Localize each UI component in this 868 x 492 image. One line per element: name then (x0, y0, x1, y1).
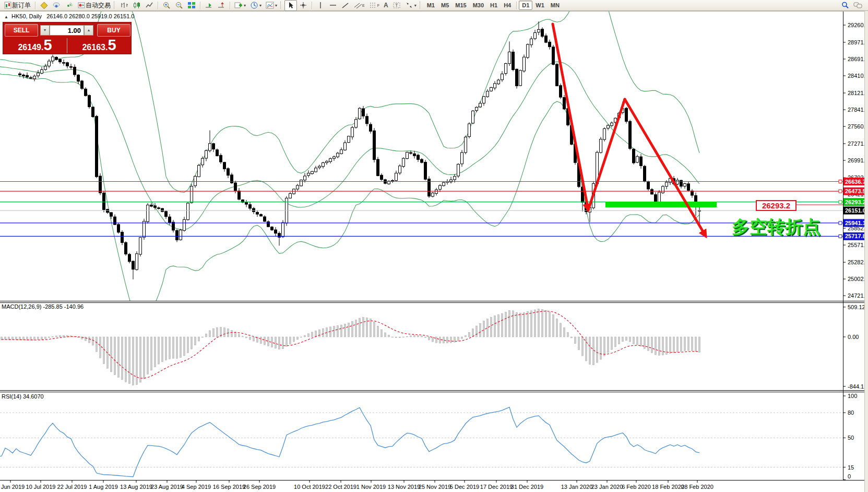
timeframe-m15[interactable]: M15 (452, 1, 469, 10)
date-tick-label: 7 Jun 2019 (0, 484, 25, 490)
line-anchor-square (839, 235, 842, 238)
date-tick-label: 22 Oct 2019 (325, 484, 356, 490)
trendline-button[interactable] (339, 0, 352, 11)
fibonacci-button[interactable]: F (367, 0, 382, 11)
new-order-icon (4, 1, 12, 9)
timeframe-w1[interactable]: W1 (532, 1, 548, 10)
panel-divider[interactable] (0, 392, 868, 392)
horizontal-line-icon (329, 1, 337, 9)
text-label-button[interactable]: T (390, 0, 403, 11)
crosshair-button[interactable] (297, 0, 310, 11)
cursor-button[interactable] (284, 0, 297, 11)
timeframe-toolbar: M1M5M15M30H1H4D1W1MN (424, 1, 563, 10)
equidistant-channel-button[interactable]: E (352, 0, 367, 11)
toolbar-separator (200, 2, 200, 9)
vertical-line-button[interactable] (314, 0, 327, 11)
date-tick-label: 28 Feb 2020 (681, 484, 714, 490)
zoom-out-button[interactable] (173, 0, 185, 11)
timeframe-m1[interactable]: M1 (424, 1, 438, 10)
tile-windows-icon (187, 1, 196, 9)
cursor-icon (287, 1, 295, 9)
arrows-icon (405, 1, 413, 9)
bar-chart-button[interactable] (118, 0, 130, 11)
chat-icon (853, 1, 863, 9)
date-tick-label: 26 Sep 2019 (243, 484, 276, 490)
arrows-button[interactable]: ▾ (403, 0, 419, 11)
volume-increase-button[interactable]: ▲ (84, 25, 93, 36)
price-callout-label[interactable]: 26293.2 (756, 200, 796, 211)
dropdown-caret-icon: ▾ (259, 3, 261, 8)
rsi-tick-label: 80 (848, 409, 854, 416)
periods-button[interactable]: ▾ (248, 0, 264, 11)
vertical-line-icon (316, 1, 325, 9)
new-order-button[interactable]: 新订单 (2, 0, 33, 11)
community-button[interactable] (50, 0, 63, 11)
indicators-button[interactable]: ▾ (232, 0, 248, 11)
horizontal-line-button[interactable] (327, 0, 339, 11)
chart-shift-button[interactable] (215, 0, 228, 11)
auto-trading-button[interactable]: 自动交易 (75, 0, 113, 11)
journal-icon (40, 1, 48, 9)
date-tick-label: 10 Oct 2019 (294, 484, 325, 490)
timeframe-d1[interactable]: D1 (519, 1, 532, 10)
collapse-icon: ▲ (4, 15, 8, 19)
timeframe-h1[interactable]: H1 (487, 1, 501, 10)
search-button[interactable] (839, 0, 851, 11)
dropdown-caret-icon: ▾ (244, 3, 246, 8)
volume-decrease-button[interactable]: ▼ (40, 25, 50, 36)
toolbar-grip (420, 2, 422, 9)
candlestick-icon (133, 1, 141, 9)
panel-divider[interactable] (0, 302, 868, 303)
tile-windows-button[interactable] (185, 0, 198, 11)
timeframe-m5[interactable]: M5 (438, 1, 452, 10)
dropdown-caret-icon: ▾ (414, 3, 417, 8)
macd-tick-label: 509.12 (848, 304, 865, 310)
turning-point-text[interactable]: 多空转折点 (732, 215, 821, 239)
green-trend-segment[interactable] (605, 202, 717, 207)
one-click-trading-panel: SELL ▼ ▲ BUY 26149.5 26163.5 (3, 22, 132, 54)
chart-canvas[interactable]: 29260.528971.528691.028410.528121.527841… (0, 0, 868, 492)
date-tick-label: 22 Jul 2019 (57, 484, 87, 490)
volume-input[interactable] (50, 25, 84, 36)
journal-button[interactable] (38, 0, 50, 11)
level-price-label: 26636.7 (845, 179, 866, 185)
timeframe-mn[interactable]: MN (548, 1, 563, 10)
date-tick-label: 25 Nov 2019 (419, 484, 451, 490)
template-icon (266, 1, 274, 9)
crosshair-icon (299, 1, 307, 9)
main-toolbar: 新订单 自动交易 (0, 0, 868, 11)
line-anchor-square (839, 190, 842, 193)
timeframe-m30[interactable]: M30 (470, 1, 487, 10)
toolbar-separator (230, 2, 230, 9)
auto-scroll-button[interactable] (203, 0, 215, 11)
candlestick-button[interactable] (130, 0, 143, 11)
date-tick-label: 16 Sep 2019 (213, 484, 245, 490)
date-tick-label: 13 Aug 2019 (120, 484, 152, 490)
level-price-label: 25941.1 (845, 220, 866, 226)
chart-ohlc-values: 26146.0 26280.0 25919.0 26151.0 (46, 13, 134, 19)
line-anchor-square (839, 221, 842, 225)
chat-button[interactable] (851, 0, 865, 11)
level-price-label: 26473.5 (845, 188, 866, 194)
svg-text:T: T (395, 3, 398, 8)
date-tick-label: 13 Jan 2020 (561, 484, 593, 490)
signal-button[interactable] (63, 0, 75, 11)
toolbar-grip (280, 2, 282, 9)
line-chart-button[interactable] (143, 0, 156, 11)
zoom-in-button[interactable] (160, 0, 173, 11)
rsi-tick-label: 0 (848, 473, 851, 479)
cloud-user-icon (52, 1, 61, 9)
mt4-window: 新订单 自动交易 (0, 0, 868, 492)
level-price-label: 26151.0 (845, 207, 866, 214)
macd-label: MACD(12,26,9) -285.85 -140.96 (2, 303, 84, 310)
new-order-label: 新订单 (12, 1, 31, 10)
date-tick-label: 17 Dec 2019 (480, 484, 513, 490)
date-tick-label: 6 Feb 2020 (622, 484, 651, 490)
sell-button[interactable]: SELL (5, 24, 38, 37)
timeframe-h4[interactable]: H4 (501, 1, 514, 10)
channel-icon (354, 1, 362, 9)
buy-button[interactable]: BUY (97, 24, 130, 37)
text-button[interactable]: A (382, 0, 390, 11)
templates-button[interactable]: ▾ (264, 0, 279, 11)
date-tick-label: 4 Sep 2019 (182, 484, 211, 490)
